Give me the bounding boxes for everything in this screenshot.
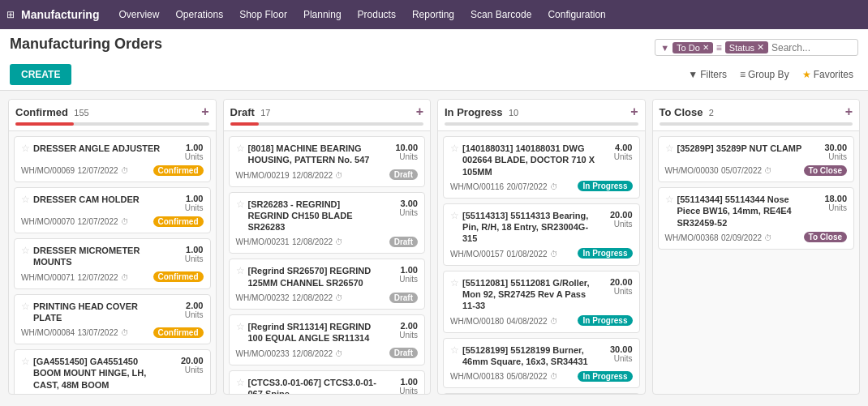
kanban-card[interactable]: ☆ DRESSER CAM HOLDER 1.00 Units WH/MO/00… [14, 187, 211, 233]
card-star[interactable]: ☆ [21, 356, 30, 367]
nav-operations[interactable]: Operations [169, 6, 230, 24]
card-ref: WH/MO/00071 [21, 273, 75, 282]
card-star[interactable]: ☆ [450, 143, 459, 154]
card-clock-icon: ⏱ [335, 237, 343, 246]
kanban-card[interactable]: ☆ [55114344] 55114344 Nose Piece BW16, 1… [658, 187, 855, 250]
nav-overview[interactable]: Overview [112, 6, 165, 24]
card-amount: 2.00 [385, 321, 418, 331]
card-clock-icon: ⏱ [121, 217, 129, 226]
card-status-badge: In Progress [578, 315, 632, 326]
kanban-card[interactable]: ☆ [Regrind SR26570] REGRIND 125MM CHANNE… [229, 259, 426, 310]
card-star[interactable]: ☆ [21, 301, 30, 312]
card-status-badge: In Progress [578, 181, 632, 191]
card-units: Units [600, 287, 633, 296]
card-clock-icon: ⏱ [550, 182, 558, 191]
col-title-confirmed: Confirmed [15, 106, 68, 118]
card-ref: WH/MO/00368 [665, 233, 719, 242]
card-star[interactable]: ☆ [236, 265, 245, 276]
card-ref: WH/MO/00180 [450, 317, 504, 326]
card-amount: 18.00 [814, 194, 847, 203]
filter-tag-status-close[interactable]: ✕ [757, 42, 764, 53]
kanban-card[interactable]: ☆ [CTCS3.0-01-067] CTCS3.0-01-067 Spine … [229, 370, 426, 394]
card-clock-icon: ⏱ [550, 250, 558, 259]
nav-reporting[interactable]: Reporting [406, 6, 461, 24]
app-grid-icon[interactable]: ⊞ [6, 9, 15, 20]
card-star[interactable]: ☆ [236, 143, 245, 154]
create-button[interactable]: CREATE [10, 64, 71, 85]
kanban-card[interactable]: ☆ [55114313] 55114313 Bearing, Pin, R/H,… [443, 203, 640, 266]
col-add-in_progress[interactable]: + [630, 105, 638, 119]
favorites-label: Favorites [814, 69, 853, 80]
card-star[interactable]: ☆ [21, 194, 30, 205]
favorites-button[interactable]: ★ Favorites [797, 66, 858, 83]
card-star[interactable]: ☆ [450, 344, 459, 356]
kanban-card[interactable]: ☆ DRESSER ANGLE ADJUSTER 1.00 Units WH/M… [14, 136, 211, 182]
card-ref: WH/MO/00157 [450, 250, 504, 259]
kanban-card[interactable]: ☆ [SR26283 - REGRIND] REGRIND CH150 BLAD… [229, 192, 426, 254]
search-input[interactable] [771, 42, 853, 53]
card-star[interactable]: ☆ [21, 143, 30, 154]
col-body-in_progress: ☆ [140188031] 140188031 DWG 002664 BLADE… [438, 131, 645, 394]
card-star[interactable]: ☆ [236, 321, 245, 332]
filter-tag-status[interactable]: Status ✕ [725, 41, 768, 53]
card-clock-icon: ⏱ [764, 166, 772, 175]
card-clock-icon: ⏱ [764, 233, 772, 242]
kanban-card[interactable]: ☆ [140188031] 140188031 DWG 002664 BLADE… [443, 136, 640, 199]
filters-button[interactable]: ▼ Filters [683, 66, 732, 83]
col-add-confirmed[interactable]: + [201, 105, 208, 119]
card-amount: 1.00 [171, 194, 204, 203]
card-units: Units [814, 203, 847, 212]
card-star[interactable]: ☆ [450, 277, 459, 288]
kanban-card[interactable]: ☆ PRINTING HEAD COVER PLATE 2.00 Units W… [14, 294, 211, 345]
card-date: 12/08/2022 [292, 237, 333, 246]
card-star[interactable]: ☆ [236, 199, 245, 210]
card-units: Units [171, 203, 204, 212]
top-navigation: ⊞ Manufacturing Overview Operations Shop… [0, 0, 868, 29]
header-right: ▼ To Do ✕ ≡ Status ✕ [655, 39, 858, 56]
kanban-card[interactable]: ☆ [Regrind SR11314] REGRIND 100 EQUAL AN… [229, 314, 426, 365]
card-clock-icon: ⏱ [550, 317, 558, 326]
card-star[interactable]: ☆ [665, 143, 674, 154]
kanban-card[interactable]: ☆ 55113199 Shaft, Worm, LH, MOno 92 SR23… [443, 393, 640, 394]
col-title-draft: Draft [230, 106, 255, 118]
card-clock-icon: ⏱ [550, 372, 558, 381]
filter-tag-status-label: Status [729, 43, 754, 53]
card-units: Units [385, 152, 418, 161]
card-amount: 10.00 [385, 143, 418, 152]
filter-tag-todo[interactable]: To Do ✕ [672, 42, 713, 53]
col-progress-in_progress [445, 122, 638, 126]
groupby-button[interactable]: ≡ Group By [735, 66, 794, 83]
card-star[interactable]: ☆ [450, 210, 459, 221]
col-add-to_close[interactable]: + [845, 105, 853, 119]
card-units: Units [385, 331, 418, 340]
kanban-card[interactable]: ☆ [8018] MACHINE BEARING HOUSING, PATTER… [229, 136, 426, 187]
nav-products[interactable]: Products [351, 6, 402, 24]
filter-icon: ▼ [688, 69, 698, 80]
filter-bar: ▼ To Do ✕ ≡ Status ✕ [655, 39, 858, 56]
card-clock-icon: ⏱ [121, 273, 129, 282]
card-clock-icon: ⏱ [335, 171, 343, 180]
kanban-card[interactable]: ☆ [GA4551450] GA4551450 BOOM MOUNT HINGE… [14, 349, 211, 394]
kanban-card[interactable]: ☆ [35289P] 35289P NUT CLAMP 30.00 Units … [658, 136, 855, 182]
nav-configuration[interactable]: Configuration [541, 6, 612, 24]
card-title: [SR26283 - REGRIND] REGRIND CH150 BLADE … [248, 199, 383, 233]
card-title: [55112081] 55112081 G/Roller, Mon 92, SR… [462, 277, 597, 312]
list-icon: ≡ [716, 42, 722, 53]
col-add-draft[interactable]: + [416, 105, 423, 119]
kanban-card[interactable]: ☆ [55128199] 55128199 Burner, 46mm Squar… [443, 338, 640, 389]
card-title: DRESSER MICROMETER MOUNTS [33, 245, 168, 268]
nav-scan-barcode[interactable]: Scan Barcode [464, 6, 538, 24]
filter-tag-todo-close[interactable]: ✕ [703, 43, 709, 52]
card-ref: WH/MO/00219 [236, 171, 290, 180]
nav-shopfloor[interactable]: Shop Floor [233, 6, 294, 24]
card-star[interactable]: ☆ [21, 245, 30, 256]
nav-planning[interactable]: Planning [297, 6, 348, 24]
col-header-draft: Draft 17 + [224, 100, 431, 131]
kanban-card[interactable]: ☆ DRESSER MICROMETER MOUNTS 1.00 Units W… [14, 238, 211, 289]
app-name[interactable]: Manufacturing [21, 8, 99, 21]
card-star[interactable]: ☆ [236, 377, 245, 388]
card-star[interactable]: ☆ [665, 194, 674, 205]
col-body-confirmed: ☆ DRESSER ANGLE ADJUSTER 1.00 Units WH/M… [9, 131, 216, 394]
kanban-card[interactable]: ☆ [55112081] 55112081 G/Roller, Mon 92, … [443, 271, 640, 333]
card-status-badge: To Close [804, 165, 847, 176]
